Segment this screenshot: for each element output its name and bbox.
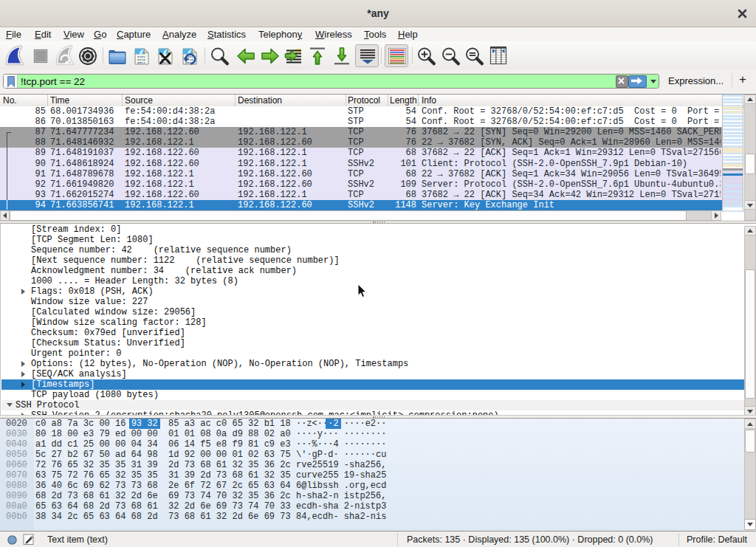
svg-text:0011: 0011 xyxy=(137,61,145,64)
